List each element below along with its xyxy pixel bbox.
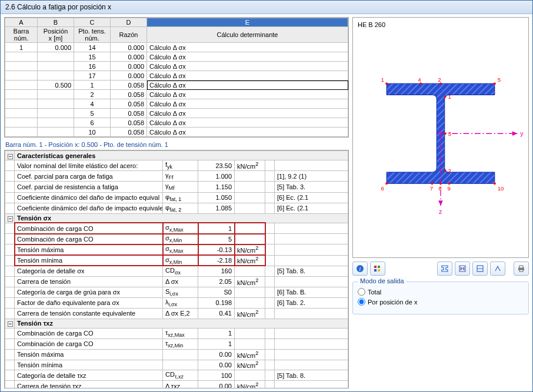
grid-cell[interactable]: Cálculo Δ σx — [147, 71, 348, 81]
grid-cell[interactable]: 1 — [74, 81, 111, 90]
grid-cell[interactable]: Cálculo Δ σx — [147, 109, 348, 118]
grid-cell[interactable]: 0.000 — [111, 71, 147, 81]
detail-row[interactable]: Coeficiente dinámico del daño de impacto… — [5, 192, 348, 203]
detail-row[interactable]: Valor nominal del límite elástico del ac… — [5, 160, 348, 171]
grid-row[interactable]: 40.058Cálculo Δ σx — [5, 99, 348, 109]
grid-cell[interactable]: 1 — [5, 43, 38, 52]
grid-cell[interactable]: 10 — [74, 128, 111, 137]
detail-row[interactable]: Tensión mínima0.00kN/cm2 — [5, 360, 348, 370]
grid-cell[interactable] — [5, 99, 38, 109]
grid-row[interactable]: 160.000Cálculo Δ σx — [5, 62, 348, 71]
detail-row[interactable]: Tensión máximaσx,Max-0.13kN/cm2 — [5, 244, 348, 255]
radio-porx-input[interactable] — [358, 298, 365, 306]
grid-cell[interactable]: Cálculo Δ σx — [147, 62, 348, 71]
grid-cell[interactable] — [38, 52, 74, 62]
grid-cell[interactable]: 0.058 — [111, 90, 147, 99]
grid-cell[interactable]: 0.058 — [111, 81, 147, 90]
detail-row[interactable]: Carrera de tensión constante equivalente… — [5, 308, 348, 319]
grid-cell[interactable] — [38, 128, 74, 137]
detail-row[interactable]: Tensión mínimaσx,Min-2.18kN/cm2 — [5, 255, 348, 266]
radio-total-input[interactable] — [358, 288, 365, 296]
grid-cell[interactable]: Cálculo Δ σx — [147, 81, 348, 90]
detail-group-tension-txz[interactable]: −Tensión τxz — [5, 319, 348, 328]
grid-cell[interactable] — [38, 109, 74, 118]
view-3-button[interactable] — [472, 262, 488, 276]
grid-row[interactable]: 170.000Cálculo Δ σx — [5, 71, 348, 81]
detail-group-tension-sx[interactable]: −Tensión σx — [5, 213, 348, 223]
detail-row[interactable]: Combinación de carga COτxz,Min1 — [5, 339, 348, 349]
grid-row[interactable]: 100.058Cálculo Δ σx — [5, 128, 348, 137]
detail-row[interactable]: Categoría de detalle τxzCDτ,xz100[5] Tab… — [5, 370, 348, 381]
grid-cell[interactable] — [38, 62, 74, 71]
grid-row[interactable]: 0.50010.058Cálculo Δ σx — [5, 81, 348, 90]
grid-cell[interactable] — [38, 99, 74, 109]
detail-row[interactable]: Coef. parcial de resistencia a fatigaγMf… — [5, 182, 348, 192]
results-grid[interactable]: A B C D E Barranúm. Posiciónx [m] Pto. t… — [4, 17, 349, 138]
grid-cell[interactable] — [5, 71, 38, 81]
grid-cell[interactable]: 0.058 — [111, 128, 147, 137]
col-header[interactable]: Barranúm. — [5, 27, 38, 43]
view-4-button[interactable] — [490, 262, 505, 276]
detail-row[interactable]: Combinación de carga COσx,Min5 — [5, 234, 348, 244]
collapse-icon[interactable]: − — [8, 216, 13, 222]
grid-cell[interactable]: Cálculo Δ σx — [147, 99, 348, 109]
col-letter[interactable]: C — [74, 18, 111, 27]
grid-cell[interactable]: Cálculo Δ σx — [147, 128, 348, 137]
grid-cell[interactable]: 0.500 — [38, 81, 74, 90]
grid-cell[interactable] — [5, 118, 38, 128]
grid-cell[interactable] — [5, 52, 38, 62]
collapse-icon[interactable]: − — [8, 321, 13, 327]
grid-cell[interactable]: Cálculo Δ σx — [147, 118, 348, 128]
section-preview[interactable]: HE B 260 y — [352, 17, 529, 258]
col-letter[interactable]: D — [111, 18, 147, 27]
view-1-button[interactable] — [437, 262, 452, 276]
radio-porx[interactable]: Por posición de x — [358, 298, 524, 306]
detail-row[interactable]: Categoría de detalle σxCDσx160[5] Tab. 8… — [5, 266, 348, 276]
detail-table[interactable]: −Características generalesValor nominal … — [4, 150, 349, 388]
grid-cell[interactable]: Cálculo Δ σx — [147, 52, 348, 62]
grid-row[interactable]: 50.058Cálculo Δ σx — [5, 109, 348, 118]
detail-row[interactable]: Tensión máxima0.00kN/cm2 — [5, 349, 348, 360]
grid-cell[interactable]: 5 — [74, 109, 111, 118]
detail-row[interactable]: Carrera de tensión τxzΔ τxz0.00kN/cm2 — [5, 381, 348, 388]
grid-cell[interactable]: 0.000 — [111, 43, 147, 52]
col-header[interactable]: Pto. tens.núm. — [74, 27, 111, 43]
detail-group-caracteristicas[interactable]: −Características generales — [5, 151, 348, 160]
grid-cell[interactable] — [5, 128, 38, 137]
view-2-button[interactable] — [455, 262, 470, 276]
print-button[interactable] — [514, 262, 529, 276]
color-button[interactable] — [370, 262, 385, 276]
grid-cell[interactable]: 4 — [74, 99, 111, 109]
grid-cell[interactable] — [38, 71, 74, 81]
detail-row[interactable]: Categoría de carga de grúa para σxSi,σxS… — [5, 287, 348, 297]
grid-cell[interactable]: 0.000 — [111, 62, 147, 71]
grid-cell[interactable]: 17 — [74, 71, 111, 81]
detail-row[interactable]: Factor de daño equivalente para σxλi,σx0… — [5, 297, 348, 308]
radio-total[interactable]: Total — [358, 288, 524, 296]
grid-cell[interactable]: 15 — [74, 52, 111, 62]
grid-row[interactable]: 60.058Cálculo Δ σx — [5, 118, 348, 128]
detail-row[interactable]: Coeficiente dinámico del daño de impacto… — [5, 203, 348, 213]
detail-row[interactable]: Combinación de carga COτxz,Max1 — [5, 328, 348, 339]
grid-cell[interactable] — [38, 90, 74, 99]
col-header[interactable]: Razón — [111, 27, 147, 43]
grid-cell[interactable] — [5, 90, 38, 99]
grid-cell[interactable] — [5, 62, 38, 71]
grid-cell[interactable]: 16 — [74, 62, 111, 71]
grid-cell[interactable]: 0.000 — [111, 52, 147, 62]
grid-row[interactable]: 20.058Cálculo Δ σx — [5, 90, 348, 99]
grid-cell[interactable] — [38, 118, 74, 128]
grid-row[interactable]: 150.000Cálculo Δ σx — [5, 52, 348, 62]
grid-cell[interactable]: 0.000 — [38, 43, 74, 52]
grid-cell[interactable]: Cálculo Δ σx — [147, 90, 348, 99]
detail-row[interactable]: Combinación de carga COσx,Max1 — [5, 223, 348, 233]
grid-cell[interactable]: 0.058 — [111, 118, 147, 128]
grid-cell[interactable]: 6 — [74, 118, 111, 128]
col-header[interactable]: Cálculo determinante — [147, 27, 348, 43]
info-button[interactable]: i — [352, 262, 368, 276]
grid-cell[interactable] — [5, 81, 38, 90]
detail-row[interactable]: Coef. parcial para carga de fatigaγFf1.0… — [5, 171, 348, 182]
detail-row[interactable]: Carrera de tensiónΔ σx2.05kN/cm2 — [5, 276, 348, 287]
grid-cell[interactable]: 0.058 — [111, 109, 147, 118]
col-letter-selected[interactable]: E — [147, 18, 348, 27]
